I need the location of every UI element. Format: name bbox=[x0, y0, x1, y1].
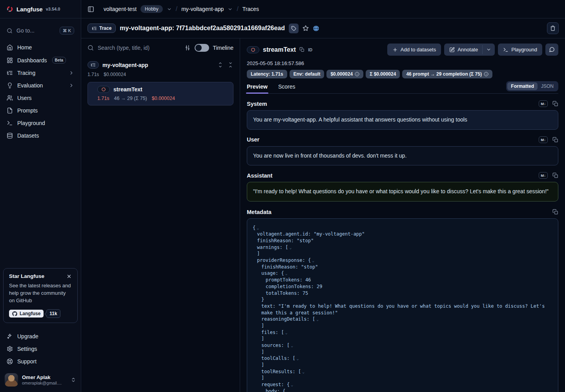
star-langfuse-card: Star Langfuse See the latest releases an… bbox=[3, 268, 78, 323]
home-icon bbox=[7, 44, 13, 51]
breadcrumb-section[interactable]: Traces bbox=[242, 6, 259, 12]
close-icon[interactable] bbox=[66, 274, 72, 279]
add-to-datasets-button[interactable]: Add to datasets bbox=[387, 44, 441, 56]
tree-trace-row[interactable]: my-voltagent-app bbox=[87, 61, 233, 69]
expand-all-icon[interactable] bbox=[217, 62, 223, 68]
observation-detail-panel: streamText ID Add to datasets bbox=[240, 38, 565, 392]
id-label: ID bbox=[308, 47, 312, 52]
chevron-down-icon[interactable] bbox=[289, 245, 292, 250]
json-line: voltagent.agent.id: "my-voltagent-app" bbox=[253, 231, 552, 238]
chevron-down-icon[interactable] bbox=[291, 343, 293, 348]
sidebar-item-tracing[interactable]: Tracing bbox=[3, 67, 78, 79]
chevron-down-icon[interactable] bbox=[287, 389, 289, 392]
sidebar-item-support[interactable]: Support bbox=[3, 355, 78, 368]
tree-span-streamtext[interactable]: streamText 1.71s 46 → 29 (Σ 75) $0.00002… bbox=[87, 82, 233, 105]
langfuse-logo-icon bbox=[6, 5, 13, 13]
star-button[interactable] bbox=[303, 25, 309, 31]
top-navigation: voltagent-test Hobby / my-voltagent-app … bbox=[81, 0, 565, 18]
json-line: text: "I'm ready to help! What questions… bbox=[253, 303, 552, 316]
sidebar-item-datasets[interactable]: Datasets bbox=[3, 129, 78, 142]
github-icon bbox=[12, 311, 17, 316]
annotate-dropdown-caret[interactable] bbox=[483, 44, 495, 56]
section-title-system: System bbox=[247, 101, 267, 107]
gear-icon bbox=[7, 346, 13, 352]
plan-badge[interactable]: Hobby bbox=[140, 5, 163, 13]
pen-square-icon bbox=[449, 47, 455, 53]
format-json[interactable]: JSON bbox=[538, 82, 557, 90]
add-to-datasets-label: Add to datasets bbox=[401, 47, 436, 53]
visibility-globe-icon[interactable] bbox=[313, 25, 319, 32]
copy-icon[interactable] bbox=[552, 137, 558, 143]
star-card-title: Star Langfuse bbox=[9, 273, 44, 279]
sidebar-item-evaluation[interactable]: Evaluation bbox=[3, 79, 78, 92]
breadcrumb-separator: / bbox=[237, 5, 238, 13]
tab-preview[interactable]: Preview bbox=[247, 83, 268, 93]
sidebar-item-users[interactable]: Users bbox=[3, 92, 78, 104]
timeline-toggle[interactable] bbox=[195, 44, 209, 52]
info-icon[interactable] bbox=[484, 72, 488, 76]
chevron-down-icon[interactable] bbox=[291, 382, 293, 388]
json-line: completionTokens: 29 bbox=[253, 283, 552, 290]
panel-left-toggle-icon[interactable] bbox=[87, 6, 94, 13]
chevron-down-icon[interactable] bbox=[285, 271, 288, 276]
view-options-sliders-icon[interactable] bbox=[184, 45, 191, 51]
collapse-all-icon[interactable] bbox=[228, 62, 233, 68]
search-input[interactable]: Search (type, title, id) bbox=[98, 45, 180, 51]
chevron-down-icon[interactable] bbox=[285, 330, 288, 336]
observation-badges: Latency: 1.71s Env: default $0.000024 bbox=[247, 70, 558, 78]
json-line: ] bbox=[253, 336, 552, 342]
markdown-toggle-icon[interactable]: M↓ bbox=[539, 100, 548, 107]
copy-icon[interactable] bbox=[552, 172, 558, 178]
chevron-down-icon[interactable] bbox=[257, 225, 259, 231]
chevron-down-icon[interactable] bbox=[316, 317, 319, 322]
sidebar-item-upgrade[interactable]: Upgrade bbox=[3, 330, 78, 343]
sidebar-item-label: Prompts bbox=[17, 107, 38, 114]
playground-button[interactable]: Playground bbox=[498, 44, 542, 56]
generation-icon bbox=[247, 46, 259, 53]
sidebar-item-settings[interactable]: Settings bbox=[3, 343, 78, 355]
user-menu[interactable]: Omer Aplak omeraplak@gmail.... bbox=[0, 369, 81, 392]
delete-trace-button[interactable] bbox=[547, 22, 559, 34]
chevron-right-icon bbox=[69, 70, 74, 76]
format-formatted[interactable]: Formatted bbox=[507, 82, 538, 90]
breadcrumb-project[interactable]: voltagent-test bbox=[104, 6, 137, 12]
sidebar-item-dashboards[interactable]: Dashboards Beta bbox=[3, 54, 78, 67]
sidebar-item-home[interactable]: Home bbox=[3, 41, 78, 54]
metadata-json-viewer: { voltagent.agent.id: "my-voltagent-app"… bbox=[247, 218, 558, 392]
github-star-button[interactable]: Langfuse bbox=[9, 310, 44, 318]
io-content: System M↓ You are my-voltagent-app. A he… bbox=[247, 94, 558, 392]
avatar bbox=[5, 373, 18, 387]
tag-button[interactable] bbox=[289, 24, 299, 33]
tab-scores[interactable]: Scores bbox=[278, 83, 295, 93]
json-line: toolCalls: [ bbox=[253, 355, 552, 362]
chevron-down-icon[interactable] bbox=[228, 7, 233, 12]
copy-id-icon[interactable] bbox=[299, 47, 304, 52]
chevron-down-icon[interactable] bbox=[167, 7, 172, 12]
sidebar-item-label: Dashboards bbox=[17, 57, 47, 64]
goto-shortcut: ⌘ K bbox=[60, 27, 74, 34]
sidebar-item-prompts[interactable]: Prompts bbox=[3, 104, 78, 117]
markdown-toggle-icon[interactable]: M↓ bbox=[539, 136, 548, 143]
system-message-box: You are my-voltagent-app. A helpful assi… bbox=[247, 110, 558, 130]
app-version: v3.54.0 bbox=[46, 7, 60, 11]
chevron-down-icon[interactable] bbox=[297, 356, 299, 361]
chevron-down-icon[interactable] bbox=[312, 258, 314, 263]
comments-button[interactable] bbox=[545, 44, 558, 56]
trace-title: my-voltagent-app: 7f71abbdcef2aa580291a1… bbox=[120, 25, 285, 32]
chevron-down-icon[interactable] bbox=[302, 369, 304, 375]
breadcrumb-separator: / bbox=[176, 5, 177, 13]
sidebar-item-playground[interactable]: Playground bbox=[3, 117, 78, 129]
generation-icon bbox=[97, 86, 110, 93]
sidebar-footer-nav: Upgrade Settings Support bbox=[0, 328, 81, 369]
goto-search[interactable]: Go to... ⌘ K bbox=[3, 24, 78, 37]
sidebar-item-label: Home bbox=[17, 44, 32, 51]
annotate-button[interactable]: Annotate bbox=[444, 44, 482, 56]
info-icon[interactable] bbox=[355, 72, 359, 76]
stat-badge: Latency: 1.71s bbox=[247, 70, 287, 78]
copy-icon[interactable] bbox=[552, 209, 558, 215]
copy-icon[interactable] bbox=[552, 101, 558, 107]
breadcrumb-agent[interactable]: my-voltagent-app bbox=[181, 6, 224, 12]
json-line: { bbox=[253, 225, 552, 231]
list-tree-icon bbox=[7, 70, 13, 76]
markdown-toggle-icon[interactable]: M↓ bbox=[539, 172, 548, 179]
